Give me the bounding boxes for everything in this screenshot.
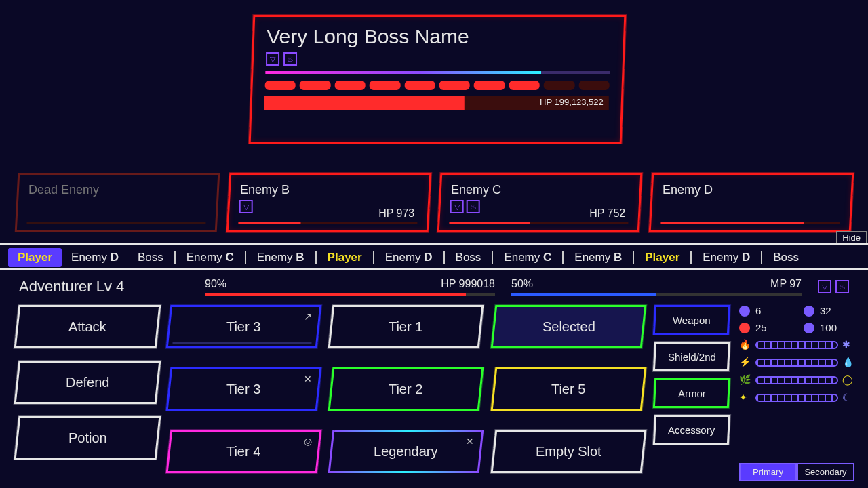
hp-segment [334,81,365,90]
turn-item[interactable]: Player [318,248,372,267]
player-mp-section: 50% MP 97 [511,278,802,296]
boss-timer-bar [265,71,610,74]
turn-item[interactable]: Enemy C [177,248,243,267]
bow-icon [804,323,814,333]
element-end-icon: 💧 [842,357,854,369]
hp-segment [439,81,470,90]
skill-slot[interactable]: Tier 3✕ [166,367,322,411]
swirl-icon [739,306,750,317]
turn-separator [443,251,445,264]
wing-icon [739,323,750,333]
enemy-name: Enemy C [451,183,630,197]
flame-up-icon: ♨ [835,280,849,293]
player-mp-value: MP 97 [770,278,802,290]
turn-item[interactable]: Player [8,248,62,267]
turn-separator [315,251,317,264]
enemy-name: Dead Enemy [28,183,208,197]
player-status-icons: ▽ ♨ [818,280,849,293]
turn-item[interactable]: Enemy D [376,248,442,267]
enemy-hp-text: HP 752 [590,207,626,220]
boss-name: Very Long Boss Name [267,25,611,48]
skill-grid: Tier 3↗Tier 1SelectedTier 3✕Tier 2Tier 5… [168,305,644,481]
element-icon: ✦ [739,392,751,404]
boss-hp-bar: HP 199,123,522 [264,96,609,110]
skill-slot[interactable]: Empty Slot [490,430,646,473]
equip-slot-weapon[interactable]: Weapon [653,305,730,335]
stat-item: 32 [804,305,854,317]
skill-type-icon: ↗ [304,311,312,322]
stat-row: 25100 [739,322,854,333]
hp-segment [370,81,400,90]
attack-button[interactable]: Attack [14,305,161,348]
turn-item[interactable]: Enemy D [693,248,760,267]
command-area: AttackDefendPotion Tier 3↗Tier 1Selected… [16,305,854,481]
element-icon: 🌿 [739,374,751,386]
hp-segment [509,81,540,90]
skill-slot[interactable]: Legendary✕ [328,430,484,473]
skill-slot[interactable]: Tier 5 [490,367,646,411]
hide-button[interactable]: Hide [836,231,867,243]
element-gauge [755,359,838,367]
equip-slot-armor[interactable]: Armor [653,378,730,408]
enemy-hp-bar [660,222,840,224]
turn-item[interactable]: Boss [128,248,173,267]
turn-separator [690,251,692,264]
hp-segment [300,81,330,90]
stat-tabs: Primary Secondary [739,463,854,481]
shield-icon [804,306,814,317]
element-gauge-row: 🔥✱ [739,339,854,351]
player-mp-pct: 50% [511,278,533,290]
enemy-panel[interactable]: Enemy D [648,173,853,232]
turn-item[interactable]: Enemy B [565,248,631,267]
element-end-icon: ◯ [842,374,854,386]
player-hp-value: HP 999018 [441,278,495,290]
player-hp-section: 90% HP 999018 [205,278,495,296]
turn-item[interactable]: Boss [764,248,808,267]
equip-slot-accessory[interactable]: Accessory [653,415,730,445]
player-status-row: Adventurer Lv 4 90% HP 999018 50% MP 97 … [0,274,868,300]
cooldown-bar [172,342,311,344]
turn-item[interactable]: Boss [446,248,491,267]
element-gauge-row: 🌿◯ [739,374,854,386]
enemy-hp-text: HP 973 [378,207,414,220]
skill-slot[interactable]: Tier 2 [328,367,484,411]
enemy-hp-bar [449,222,628,224]
element-gauge-row: ⚡💧 [739,357,854,369]
stat-row: 632 [739,305,854,317]
hp-segment [474,81,505,90]
turn-item[interactable]: Enemy D [62,248,128,267]
tab-secondary[interactable]: Secondary [797,463,854,481]
turn-item[interactable]: Enemy C [494,248,561,267]
turn-item[interactable]: Player [635,248,689,267]
boss-panel[interactable]: Very Long Boss Name ▽ ♨ HP 199,123,522 [249,15,627,144]
turn-item[interactable]: Enemy B [248,248,314,267]
hp-segment [404,81,435,90]
skill-slot[interactable]: Tier 1 [328,305,484,348]
flame-up-icon: ♨ [467,200,480,214]
skill-slot[interactable]: Tier 4◎ [166,430,322,473]
element-gauge-row: ✦☾ [739,392,854,404]
hp-segment [544,81,574,90]
skill-slot[interactable]: Selected [490,305,646,348]
hp-segment [578,81,609,90]
defend-button[interactable]: Defend [14,361,161,404]
element-gauge [755,394,838,402]
enemy-panel[interactable]: Enemy C▽♨HP 752 [437,173,642,232]
player-hp-pct: 90% [205,278,226,290]
skill-type-icon: ✕ [466,436,474,447]
boss-status-icons: ▽ ♨ [266,52,610,66]
element-end-icon: ✱ [842,339,854,351]
element-icon: ⚡ [739,357,751,369]
enemy-row: Dead EnemyEnemy B▽HP 973Enemy C▽♨HP 752E… [16,173,852,232]
enemy-name: Enemy D [662,183,841,197]
stat-item: 100 [804,322,854,333]
skill-slot[interactable]: Tier 3↗ [166,305,322,348]
element-icon: 🔥 [739,339,751,351]
tab-primary[interactable]: Primary [739,463,797,481]
shield-up-icon: ▽ [239,200,252,214]
potion-button[interactable]: Potion [14,416,161,460]
command-column: AttackDefendPotion [16,305,159,481]
enemy-panel[interactable]: Enemy B▽HP 973 [226,173,431,232]
turn-separator [174,251,176,264]
equip-slot-shieldnd[interactable]: Shield/2nd [653,342,730,371]
